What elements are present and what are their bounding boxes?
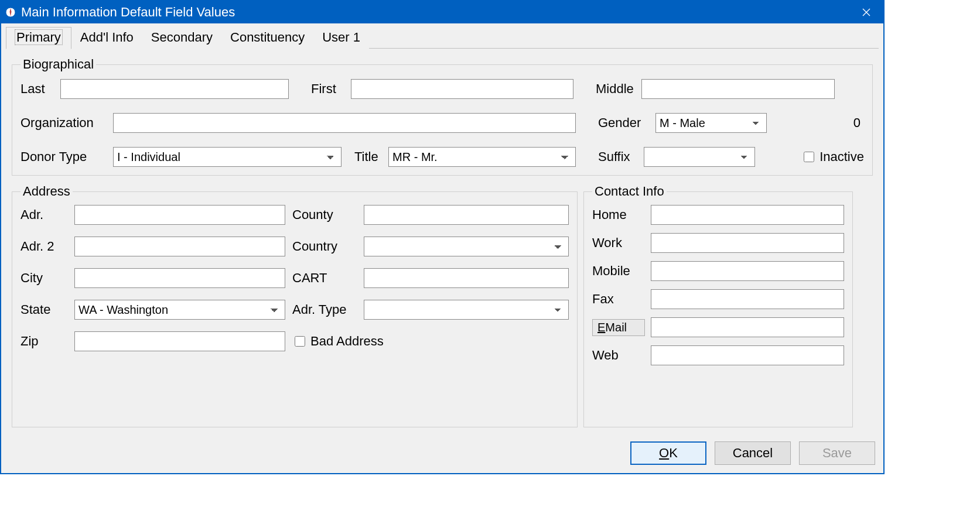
tab-panel-primary: Biographical Last First Middle Organizat… (6, 49, 879, 433)
legend-contact: Contact Info (592, 184, 667, 199)
label-first: First (311, 81, 346, 97)
organization-input[interactable] (113, 113, 576, 133)
home-input[interactable] (651, 205, 844, 225)
label-city: City (21, 270, 67, 286)
tab-primary[interactable]: Primary (6, 27, 71, 49)
city-input[interactable] (74, 268, 285, 288)
label-mobile: Mobile (592, 263, 645, 279)
label-donor-type: Donor Type (21, 149, 108, 165)
button-bar: OK Cancel Save (6, 433, 879, 468)
zip-input[interactable] (74, 331, 285, 351)
inactive-checkbox[interactable] (804, 152, 814, 162)
tabstrip: Primary Add'l Info Secondary Constituenc… (6, 27, 879, 49)
adr-input[interactable] (74, 205, 285, 225)
save-button[interactable]: Save (799, 441, 875, 465)
cart-input[interactable] (364, 268, 569, 288)
cancel-button[interactable]: Cancel (715, 441, 791, 465)
app-icon (5, 6, 16, 18)
first-input[interactable] (351, 79, 573, 99)
tab-addl-info[interactable]: Add'l Info (71, 27, 142, 49)
state-select[interactable]: WA - Washington (74, 300, 285, 320)
work-input[interactable] (651, 233, 844, 253)
label-zip: Zip (21, 334, 67, 349)
tab-secondary[interactable]: Secondary (142, 27, 221, 49)
tab-constituency[interactable]: Constituency (221, 27, 313, 49)
tab-user1[interactable]: User 1 (313, 27, 369, 49)
email-button[interactable]: EMail (592, 319, 645, 336)
adr2-input[interactable] (74, 237, 285, 256)
label-home: Home (592, 207, 645, 222)
label-web: Web (592, 348, 645, 363)
client-area: Primary Add'l Info Secondary Constituenc… (1, 23, 883, 473)
label-state: State (21, 302, 67, 317)
group-biographical: Biographical Last First Middle Organizat… (12, 57, 873, 176)
title-select[interactable]: MR - Mr. (388, 147, 576, 167)
label-title: Title (354, 149, 384, 165)
ok-button[interactable]: OK (630, 441, 706, 465)
label-adr: Adr. (21, 207, 67, 222)
country-select[interactable] (364, 237, 569, 256)
middle-input[interactable] (641, 79, 835, 99)
mobile-input[interactable] (651, 261, 844, 281)
adr-type-select[interactable] (364, 300, 569, 320)
label-county: County (292, 207, 357, 222)
fax-input[interactable] (651, 289, 844, 309)
group-address: Address Adr. County Adr. 2 Country City … (12, 184, 578, 427)
bad-address-checkbox[interactable] (295, 336, 305, 347)
window-title: Main Information Default Field Values (21, 5, 235, 20)
label-organization: Organization (21, 115, 108, 131)
last-input[interactable] (60, 79, 289, 99)
titlebar: Main Information Default Field Values (1, 1, 883, 23)
gender-select[interactable]: M - Male (655, 113, 767, 133)
label-fax: Fax (592, 292, 645, 307)
close-button[interactable] (853, 1, 880, 23)
label-adr-type: Adr. Type (292, 302, 357, 317)
label-bad-address: Bad Address (310, 334, 384, 349)
label-cart: CART (292, 270, 357, 286)
label-gender: Gender (598, 115, 651, 131)
donor-type-select[interactable]: I - Individual (113, 147, 342, 167)
legend-address: Address (21, 184, 73, 199)
suffix-select[interactable] (644, 147, 755, 167)
label-country: Country (292, 239, 357, 254)
label-adr2: Adr. 2 (21, 239, 67, 254)
label-inactive: Inactive (819, 149, 864, 165)
label-work: Work (592, 235, 645, 251)
email-input[interactable] (651, 317, 844, 337)
label-suffix: Suffix (598, 149, 639, 165)
close-icon (862, 8, 870, 16)
label-last: Last (21, 81, 56, 97)
web-input[interactable] (651, 345, 844, 365)
zero-indicator: 0 (853, 115, 864, 131)
group-contact-info: Contact Info Home Work Mobile Fax EMail … (583, 184, 853, 427)
dialog-window: Main Information Default Field Values Pr… (0, 0, 885, 474)
county-input[interactable] (364, 205, 569, 225)
legend-biographical: Biographical (21, 57, 96, 72)
label-middle: Middle (596, 81, 637, 97)
